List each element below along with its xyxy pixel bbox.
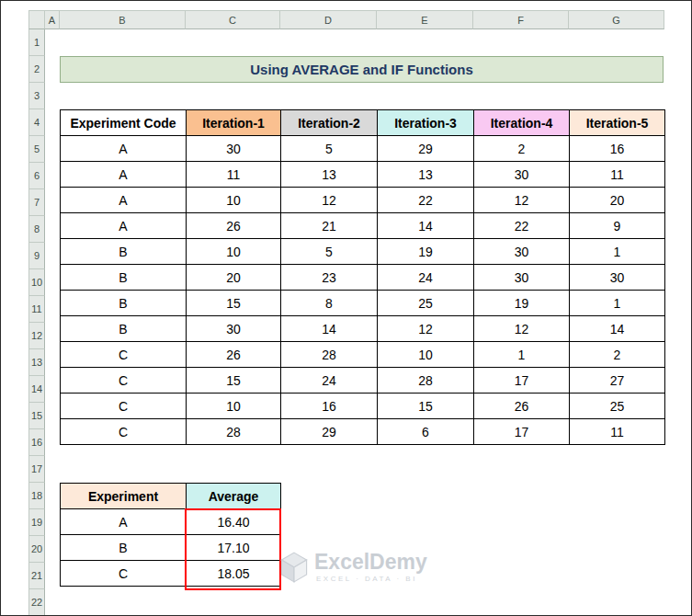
cell[interactable]: 26 xyxy=(187,342,281,368)
row-header-13[interactable]: 13 xyxy=(28,349,45,376)
column-header-cell[interactable]: Iteration-1 xyxy=(187,110,281,136)
row-header-9[interactable]: 9 xyxy=(28,243,45,269)
row-header-6[interactable]: 6 xyxy=(28,163,45,189)
row-header-15[interactable]: 15 xyxy=(28,403,45,429)
cell[interactable]: A xyxy=(61,213,187,239)
row-header-2[interactable]: 2 xyxy=(28,56,45,83)
column-header-cell[interactable]: Iteration-4 xyxy=(474,110,570,136)
row-header-4[interactable]: 4 xyxy=(28,109,45,136)
cell[interactable]: 20 xyxy=(187,265,281,291)
cell[interactable]: A xyxy=(61,188,187,213)
cell[interactable]: 19 xyxy=(474,291,570,316)
cell[interactable]: 1 xyxy=(570,239,665,265)
cell[interactable]: 25 xyxy=(570,394,665,419)
cell[interactable]: 1 xyxy=(474,342,570,368)
cell[interactable]: 30 xyxy=(187,136,281,162)
cell[interactable]: 9 xyxy=(570,213,665,239)
cell[interactable]: 6 xyxy=(378,419,474,445)
cell[interactable]: 8 xyxy=(281,291,378,316)
row-header-19[interactable]: 19 xyxy=(28,509,45,536)
cell[interactable]: 24 xyxy=(378,265,474,291)
row-header-14[interactable]: 14 xyxy=(28,376,45,403)
cell-average[interactable]: 18.05 xyxy=(187,561,281,587)
cell[interactable]: 29 xyxy=(281,419,378,445)
cell[interactable]: C xyxy=(61,419,187,445)
cell[interactable]: C xyxy=(61,561,187,587)
cell[interactable]: 5 xyxy=(281,136,378,162)
cell[interactable]: C xyxy=(61,342,187,368)
cell[interactable]: 14 xyxy=(281,316,378,342)
row-header-3[interactable]: 3 xyxy=(28,83,45,109)
cell[interactable]: 30 xyxy=(474,162,570,188)
cell[interactable]: 5 xyxy=(281,239,378,265)
cell[interactable]: 10 xyxy=(378,342,474,368)
cell[interactable]: 2 xyxy=(570,342,665,368)
cell[interactable]: 25 xyxy=(378,291,474,316)
row-header-11[interactable]: 11 xyxy=(28,296,45,323)
cell[interactable]: 14 xyxy=(570,316,665,342)
cell[interactable]: 27 xyxy=(570,368,665,394)
row-header-1[interactable]: 1 xyxy=(28,29,45,56)
column-header-cell[interactable]: Experiment xyxy=(61,484,187,509)
cell[interactable]: B xyxy=(61,291,187,316)
cell[interactable]: 13 xyxy=(378,162,474,188)
cell[interactable]: 29 xyxy=(378,136,474,162)
cell[interactable]: 28 xyxy=(281,342,378,368)
cell[interactable]: 11 xyxy=(187,162,281,188)
cell[interactable]: B xyxy=(61,535,187,561)
cell[interactable]: 22 xyxy=(474,213,570,239)
cell-average[interactable]: 16.40 xyxy=(187,509,281,535)
column-header-cell[interactable]: Iteration-2 xyxy=(281,110,378,136)
cell[interactable]: 14 xyxy=(378,213,474,239)
cell[interactable]: 30 xyxy=(474,265,570,291)
cell[interactable]: 24 xyxy=(281,368,378,394)
column-header-B[interactable]: B xyxy=(60,10,186,29)
cell[interactable]: 11 xyxy=(570,419,665,445)
cell[interactable]: 10 xyxy=(187,394,281,419)
column-header-G[interactable]: G xyxy=(569,10,664,29)
cell[interactable]: 28 xyxy=(378,368,474,394)
cell[interactable]: 15 xyxy=(378,394,474,419)
cell[interactable]: B xyxy=(61,316,187,342)
cell[interactable]: C xyxy=(61,368,187,394)
cell[interactable]: 26 xyxy=(474,394,570,419)
column-header-cell[interactable]: Experiment Code xyxy=(61,110,187,136)
select-all-corner[interactable] xyxy=(28,10,45,29)
row-header-22[interactable]: 22 xyxy=(28,589,45,616)
cell[interactable]: 30 xyxy=(187,316,281,342)
cell[interactable]: A xyxy=(61,136,187,162)
row-header-21[interactable]: 21 xyxy=(28,563,45,589)
cell[interactable]: 23 xyxy=(281,265,378,291)
cell[interactable]: 28 xyxy=(187,419,281,445)
cell[interactable]: A xyxy=(61,162,187,188)
row-header-17[interactable]: 17 xyxy=(28,456,45,483)
column-header-C[interactable]: C xyxy=(186,10,280,29)
cell[interactable]: 2 xyxy=(474,136,570,162)
cell[interactable]: 30 xyxy=(570,265,665,291)
cell[interactable]: 30 xyxy=(474,239,570,265)
cell[interactable]: 12 xyxy=(474,188,570,213)
cell[interactable]: 17 xyxy=(474,419,570,445)
cell[interactable]: 19 xyxy=(378,239,474,265)
row-header-10[interactable]: 10 xyxy=(28,269,45,296)
cell[interactable]: 15 xyxy=(187,291,281,316)
column-header-cell[interactable]: Average xyxy=(187,484,281,509)
row-header-8[interactable]: 8 xyxy=(28,216,45,243)
row-header-7[interactable]: 7 xyxy=(28,189,45,216)
cell[interactable]: B xyxy=(61,265,187,291)
cell[interactable]: 12 xyxy=(378,316,474,342)
row-header-12[interactable]: 12 xyxy=(28,323,45,349)
row-header-16[interactable]: 16 xyxy=(28,429,45,456)
cell[interactable]: 10 xyxy=(187,239,281,265)
cell[interactable]: 26 xyxy=(187,213,281,239)
column-header-D[interactable]: D xyxy=(280,10,377,29)
cell[interactable]: B xyxy=(61,239,187,265)
cell[interactable]: 16 xyxy=(570,136,665,162)
cell[interactable]: 21 xyxy=(281,213,378,239)
cell[interactable]: A xyxy=(61,509,187,535)
cell[interactable]: 16 xyxy=(281,394,378,419)
title-banner[interactable]: Using AVERAGE and IF Functions xyxy=(60,56,664,83)
cell[interactable]: 20 xyxy=(570,188,665,213)
column-header-E[interactable]: E xyxy=(377,10,473,29)
column-header-F[interactable]: F xyxy=(473,10,569,29)
